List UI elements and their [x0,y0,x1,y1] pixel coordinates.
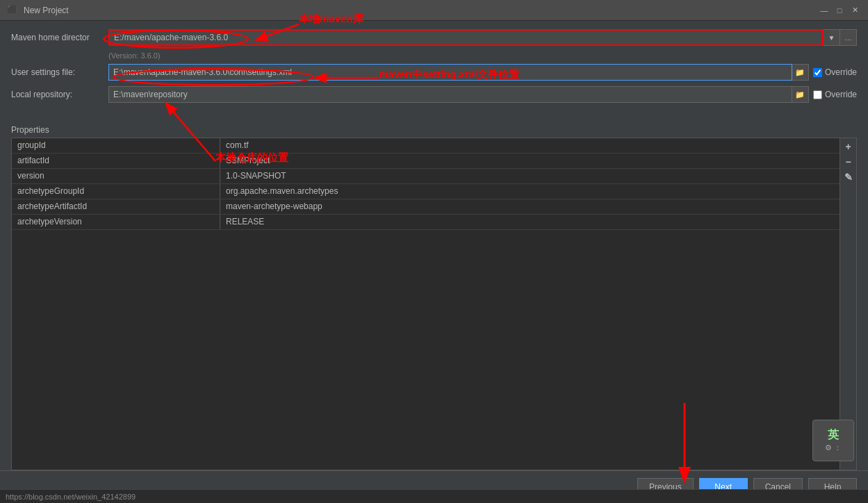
user-settings-override-group: Override [813,67,857,77]
user-settings-override-label: Override [825,67,857,77]
prop-value: org.apache.maven.archetypes [220,184,840,199]
maven-home-dir-input-group: ▼ … [108,29,857,46]
prop-key: groupId [12,138,220,153]
local-repo-override-group: Override [813,90,857,99]
prop-key: archetypeVersion [12,215,220,229]
new-project-dialog: Maven home director ▼ … (Version: 3.6.0)… [0,21,868,503]
local-repo-row: Local repository: 📁 Override [11,86,857,103]
maven-home-dir-label: Maven home director [11,33,108,42]
prop-key: archetypeGroupId [12,184,220,199]
version-hint: (Version: 3.6.0) [108,51,857,60]
maven-home-dir-row: Maven home director ▼ … [11,29,857,46]
prop-value: 1.0-SNAPSHOT [220,169,840,183]
properties-table: groupId com.tf artifactId SSMProject ver… [12,138,840,470]
url-bar: https://blog.csdn.net/weixin_42142899 [0,489,868,503]
properties-section: Properties groupId com.tf artifactId SSM… [0,122,868,470]
table-row[interactable]: archetypeGroupId org.apache.maven.archet… [12,184,840,199]
local-repo-input-group: 📁 Override [108,86,857,103]
form-area: Maven home director ▼ … (Version: 3.6.0)… [0,21,868,117]
local-repo-override-label: Override [825,90,857,99]
title-bar-controls: — □ ✕ [818,4,861,17]
local-repo-override-checkbox[interactable] [813,90,822,99]
local-repo-input[interactable] [108,86,792,103]
table-row[interactable]: version 1.0-SNAPSHOT [12,169,840,184]
user-settings-row: User settings file: 📁 Override [11,64,857,81]
close-button[interactable]: ✕ [849,4,861,17]
user-settings-input[interactable] [108,64,792,81]
prop-key: artifactId [12,154,220,168]
edit-property-button[interactable]: ✎ [842,170,855,184]
prop-key: archetypeArtifactId [12,199,220,214]
maven-home-dir-dropdown[interactable]: ▼ [824,29,840,46]
properties-header: Properties [0,122,868,138]
prop-value: maven-archetype-webapp [220,199,840,214]
maven-home-dir-input[interactable] [108,29,824,46]
title-bar-title: New Project [24,6,818,15]
remove-property-button[interactable]: − [842,155,855,169]
title-bar: ⬛ New Project — □ ✕ [0,0,868,21]
table-row[interactable]: artifactId SSMProject [12,154,840,169]
properties-sidebar: + − ✎ [840,138,856,470]
maximize-button[interactable]: □ [833,4,846,17]
local-repo-browse[interactable]: 📁 [792,86,809,103]
table-row[interactable]: archetypeArtifactId maven-archetype-weba… [12,199,840,215]
url-bar-text: https://blog.csdn.net/weixin_42142899 [6,493,136,501]
user-settings-override-checkbox[interactable] [813,68,822,77]
prop-value: com.tf [220,138,840,153]
user-settings-browse[interactable]: 📁 [792,64,809,81]
add-property-button[interactable]: + [842,140,855,154]
table-row[interactable]: groupId com.tf [12,138,840,154]
user-settings-label: User settings file: [11,67,108,77]
properties-table-container: groupId com.tf artifactId SSMProject ver… [11,138,857,470]
user-settings-input-group: 📁 Override [108,64,857,81]
title-bar-icon: ⬛ [7,5,18,16]
local-repo-label: Local repository: [11,90,108,99]
prop-value: RELEASE [220,215,840,229]
maven-home-dir-browse[interactable]: … [840,29,857,46]
prop-value: SSMProject [220,154,840,168]
prop-key: version [12,169,220,183]
table-row[interactable]: archetypeVersion RELEASE [12,215,840,230]
minimize-button[interactable]: — [818,4,830,17]
